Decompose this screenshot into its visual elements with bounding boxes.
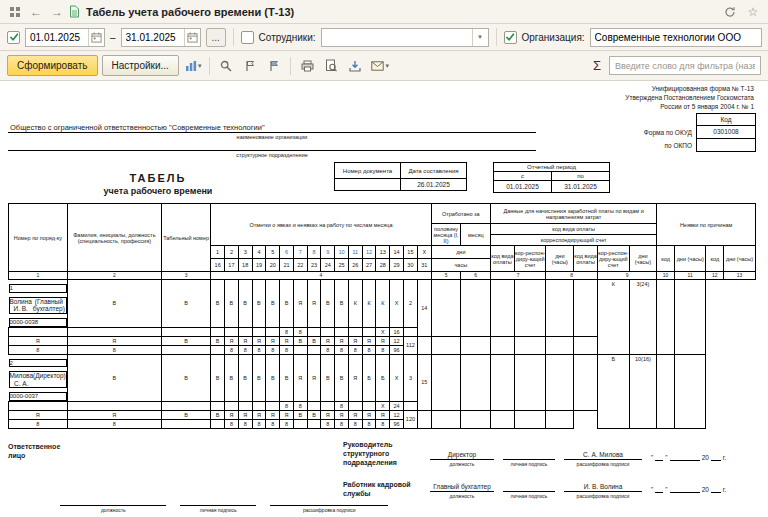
favorites-star-icon[interactable]: ☆ bbox=[744, 3, 762, 21]
refresh-icon[interactable] bbox=[721, 3, 739, 21]
day-mark: Я bbox=[321, 336, 335, 345]
print-preview-button[interactable] bbox=[321, 56, 341, 76]
day-mark: Я bbox=[307, 280, 321, 327]
period-from-value: 01.01.2025 bbox=[494, 181, 552, 193]
day-hours bbox=[362, 402, 376, 411]
period-more-button[interactable]: ... bbox=[206, 28, 226, 47]
page-preview-icon bbox=[325, 59, 337, 72]
next-bookmark-button[interactable] bbox=[264, 56, 284, 76]
month-days: 15 bbox=[417, 354, 431, 410]
employees-checkbox[interactable] bbox=[241, 31, 254, 44]
previous-bookmark-button[interactable] bbox=[240, 56, 260, 76]
separator bbox=[496, 28, 497, 46]
day-hours bbox=[67, 327, 161, 336]
timesheet-table[interactable]: Номер по поряд-ку Фамилия, инициалы, дол… bbox=[8, 203, 756, 429]
day-mark: Я bbox=[225, 336, 239, 345]
day-hours bbox=[161, 345, 210, 354]
header-marks: Отметки о явках и неявках на работу по ч… bbox=[211, 204, 431, 246]
day-hours: 8 bbox=[362, 345, 376, 354]
day-mark: В bbox=[211, 354, 225, 401]
absence-days: 3(24) bbox=[629, 280, 657, 354]
day-hours: X bbox=[376, 402, 390, 411]
head-title: Руководитель структурного подразделения bbox=[343, 441, 421, 467]
column-number: 8 bbox=[546, 272, 597, 280]
employees-input[interactable] bbox=[322, 29, 472, 46]
period-from-input[interactable] bbox=[26, 29, 88, 46]
day-hours: 8 bbox=[225, 420, 239, 429]
report-area[interactable]: Унифицированная форма № Т-13 Утверждена … bbox=[0, 81, 768, 517]
header-absence-code: код bbox=[657, 246, 675, 272]
day-mark: Я bbox=[9, 336, 68, 345]
print-button[interactable] bbox=[297, 56, 317, 76]
pay-cell bbox=[546, 411, 574, 429]
day-mark: X bbox=[390, 280, 404, 327]
header-row-number: Номер по поряд-ку bbox=[9, 204, 68, 272]
column-number: 1 bbox=[9, 272, 68, 280]
autosum-button[interactable]: Σ bbox=[589, 58, 605, 73]
day-hours: 8 bbox=[376, 420, 390, 429]
day-hours: 8 bbox=[252, 345, 266, 354]
caption-transcript: расшифровка подписи bbox=[564, 493, 642, 499]
doc-number-value bbox=[335, 179, 401, 191]
caption-signature: личная подпись bbox=[503, 461, 555, 467]
period-dash: – bbox=[110, 32, 116, 43]
pay-cell bbox=[417, 411, 431, 429]
day-mark: Я bbox=[335, 336, 349, 345]
calendar-icon[interactable] bbox=[184, 29, 200, 46]
day-number: X bbox=[417, 246, 431, 259]
organization-checkbox[interactable] bbox=[504, 31, 517, 44]
day-hours bbox=[348, 327, 362, 336]
day-hours bbox=[252, 327, 266, 336]
report-variants-button[interactable]: ▾ bbox=[183, 56, 204, 76]
table-filter-input[interactable] bbox=[609, 56, 761, 75]
generate-button[interactable]: Сформировать bbox=[7, 55, 98, 76]
day-hours: 8 bbox=[335, 345, 349, 354]
day-mark: Я bbox=[335, 411, 349, 420]
separator bbox=[290, 57, 291, 75]
day-mark: Я bbox=[280, 411, 294, 420]
send-email-button[interactable]: ▾ bbox=[369, 56, 391, 76]
header-worked: Отработано за bbox=[431, 204, 490, 224]
chart-bars-icon bbox=[185, 60, 197, 72]
column-number: 3 bbox=[161, 272, 210, 280]
search-icon bbox=[220, 60, 232, 72]
signature-blank: личная подпись bbox=[503, 458, 555, 467]
day-mark: К bbox=[348, 280, 362, 327]
back-button[interactable]: ← bbox=[27, 3, 45, 21]
column-number: 11 bbox=[674, 272, 706, 280]
day-mark: В bbox=[280, 354, 294, 401]
period-to-input[interactable] bbox=[122, 29, 184, 46]
day-number: 12 bbox=[362, 246, 376, 259]
pay-cell bbox=[514, 336, 546, 354]
day-mark: В bbox=[238, 280, 252, 327]
day-mark: В bbox=[211, 280, 225, 327]
doc-number-header: Номер документа bbox=[335, 163, 401, 179]
period-checkbox[interactable] bbox=[7, 31, 20, 44]
division-caption: структурное подразделение bbox=[8, 152, 536, 158]
code-box: Код Форма по ОКУД 0301008 по ОКПО bbox=[550, 113, 756, 158]
day-hours bbox=[211, 420, 225, 429]
find-button[interactable] bbox=[216, 56, 236, 76]
header-paycode: код вида оплаты bbox=[574, 246, 598, 272]
period-to-field bbox=[121, 28, 201, 47]
employee-position: (Директор) bbox=[33, 372, 66, 379]
day-mark: В bbox=[67, 354, 161, 401]
caption-signature: личная подпись bbox=[503, 493, 555, 499]
day-hours: 8 bbox=[362, 420, 376, 429]
settings-button[interactable]: Настройки... bbox=[102, 55, 179, 76]
day-mark: В bbox=[321, 280, 335, 327]
save-button[interactable] bbox=[345, 56, 365, 76]
forward-button[interactable]: → bbox=[48, 3, 66, 21]
timesheet-row: 2Милова С. А.(Директор)0000-0037ВВВВВВВВ… bbox=[9, 354, 756, 401]
organization-input[interactable] bbox=[591, 29, 761, 46]
day-hours: 8 bbox=[67, 345, 161, 354]
main-menu-icon[interactable] bbox=[6, 3, 24, 21]
header-paycode-span: код вида оплаты bbox=[491, 224, 657, 235]
day-number: 13 bbox=[376, 246, 390, 259]
chevron-down-icon[interactable]: ▾ bbox=[472, 29, 488, 46]
tab-number: 0000-0038 bbox=[9, 318, 67, 327]
pay-cell bbox=[461, 354, 491, 410]
day-mark: В bbox=[252, 280, 266, 327]
calendar-icon[interactable] bbox=[88, 29, 104, 46]
day-hours: 8 bbox=[266, 420, 280, 429]
